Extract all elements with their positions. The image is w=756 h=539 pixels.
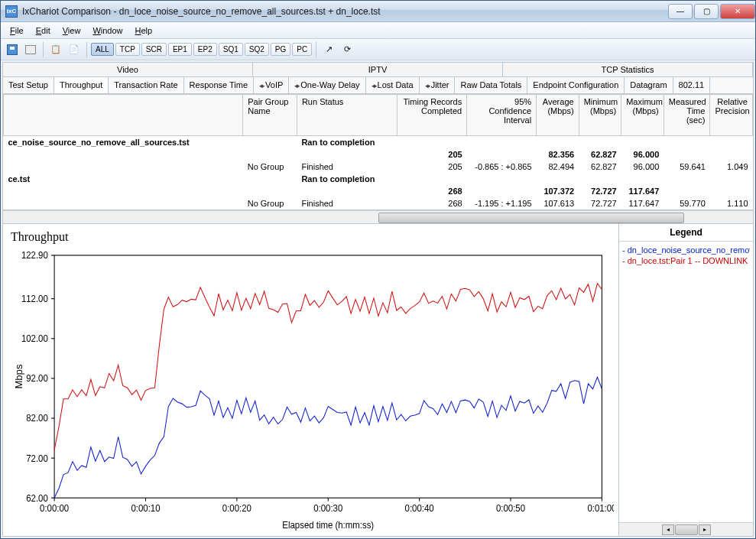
- table-cell: [397, 173, 467, 185]
- tab-test-setup[interactable]: Test Setup: [3, 77, 54, 93]
- table-cell: 59.641: [664, 161, 710, 173]
- col-precision[interactable]: Relative Precision: [710, 95, 753, 136]
- paste-button[interactable]: 📄: [66, 41, 83, 58]
- grid-header-row: Pair Group Name Run Status Timing Record…: [4, 95, 753, 136]
- chart-title: Throughput: [11, 230, 614, 244]
- group-tab-tcp-stats[interactable]: TCP Statistics: [503, 63, 753, 76]
- legend-items: - dn_loce_noise_source_no_remove… - dn_l…: [619, 242, 753, 522]
- filter-scr-button[interactable]: SCR: [141, 43, 167, 56]
- filter-all-button[interactable]: ALL: [91, 43, 114, 56]
- tab-voip[interactable]: ◂▸VoIP: [254, 77, 289, 93]
- chart-plot[interactable]: 62.0072.0082.0092.00102.00112.00122.900:…: [11, 247, 614, 531]
- filter-tcp-button[interactable]: TCP: [115, 43, 140, 56]
- col-timing[interactable]: Timing Records Completed: [397, 95, 467, 136]
- col-max[interactable]: Maximum (Mbps): [621, 95, 664, 136]
- table-cell: [4, 185, 243, 197]
- window-controls: — ▢ ✕: [667, 4, 755, 19]
- separator: [86, 42, 87, 57]
- table-cell: [243, 148, 297, 161]
- svg-text:92.00: 92.00: [26, 373, 48, 383]
- table-cell: [621, 136, 664, 149]
- table-row[interactable]: No GroupFinished205-0.865 : +0.86582.494…: [4, 161, 753, 173]
- filter-ep1-button[interactable]: EP1: [168, 43, 192, 56]
- table-cell: 117.647: [621, 197, 664, 209]
- table-cell: [297, 148, 397, 161]
- table-cell: Ran to completion: [297, 173, 397, 185]
- legend-item-2[interactable]: - dn_loce.tst:Pair 1 -- DOWNLINK: [622, 255, 750, 266]
- legend-horizontal-scrollbar[interactable]: ◂ ▸: [619, 522, 753, 536]
- svg-text:0:00:40: 0:00:40: [405, 502, 435, 512]
- tab-throughput[interactable]: Throughput: [54, 77, 109, 94]
- tab-datagram[interactable]: Datagram: [625, 77, 673, 93]
- print-button[interactable]: [22, 41, 39, 58]
- table-cell: [467, 136, 537, 149]
- close-button[interactable]: ✕: [720, 4, 755, 19]
- separator: [43, 42, 44, 57]
- table-cell: 59.770: [664, 197, 710, 209]
- menu-view[interactable]: View: [57, 24, 87, 37]
- table-cell: [664, 148, 710, 161]
- table-row[interactable]: No GroupFinished268-1.195 : +1.195107.61…: [4, 197, 753, 209]
- copy-button[interactable]: 📋: [47, 41, 64, 58]
- svg-text:Elapsed time (h:mm:ss): Elapsed time (h:mm:ss): [282, 519, 374, 529]
- svg-text:0:00:30: 0:00:30: [313, 502, 343, 512]
- table-row[interactable]: ce.tstRan to completion: [4, 173, 753, 185]
- maximize-button[interactable]: ▢: [694, 4, 719, 19]
- content-area: Video IPTV TCP Statistics Test Setup Thr…: [2, 62, 754, 537]
- col-confidence[interactable]: 95% Confidence Interval: [467, 95, 537, 136]
- col-blank[interactable]: [4, 95, 243, 136]
- table-cell: 107.372: [537, 185, 579, 197]
- scroll-right-icon[interactable]: ▸: [699, 524, 711, 535]
- group-tab-row: Video IPTV TCP Statistics: [3, 63, 753, 77]
- tab-response-time[interactable]: Response Time: [184, 77, 254, 93]
- chart-panel: Throughput 62.0072.0082.0092.00102.00112…: [3, 224, 619, 536]
- table-cell: [297, 185, 397, 197]
- table-row[interactable]: 20582.35662.82796.000: [4, 148, 753, 161]
- tab-jitter[interactable]: ◂▸Jitter: [420, 77, 456, 93]
- scroll-left-icon[interactable]: ◂: [662, 524, 674, 535]
- filter-pg-button[interactable]: PG: [271, 43, 290, 56]
- print-icon: [25, 45, 36, 54]
- menu-window[interactable]: Window: [86, 24, 128, 37]
- separator: [316, 42, 316, 57]
- refresh-button[interactable]: ⟳: [339, 41, 355, 58]
- col-min[interactable]: Minimum (Mbps): [579, 95, 621, 136]
- table-cell: -0.865 : +0.865: [467, 161, 537, 173]
- menu-help[interactable]: Help: [129, 24, 159, 37]
- scrollbar-thumb[interactable]: [378, 213, 684, 223]
- minimize-button[interactable]: —: [668, 4, 693, 19]
- filter-ep2-button[interactable]: EP2: [193, 43, 217, 56]
- table-cell: 1.049: [710, 161, 753, 173]
- tab-endpoint-config[interactable]: Endpoint Configuration: [527, 77, 625, 93]
- tab-transaction-rate[interactable]: Transaction Rate: [109, 77, 183, 93]
- scrollbar-thumb[interactable]: [675, 524, 698, 535]
- menu-edit[interactable]: Edit: [30, 24, 57, 37]
- col-measured[interactable]: Measured Time (sec): [664, 95, 710, 136]
- tab-raw-data-totals[interactable]: Raw Data Totals: [455, 77, 527, 93]
- svg-text:112.00: 112.00: [21, 294, 48, 304]
- tab-80211[interactable]: 802.11: [673, 77, 711, 93]
- table-cell: 82.494: [537, 161, 579, 173]
- export-button[interactable]: ↗: [320, 41, 337, 58]
- tab-one-way-delay[interactable]: ◂▸One-Way Delay: [289, 77, 365, 93]
- group-tab-iptv[interactable]: IPTV: [253, 63, 503, 76]
- save-button[interactable]: [4, 41, 21, 58]
- filter-pc-button[interactable]: PC: [292, 43, 312, 56]
- filter-sq2-button[interactable]: SQ2: [245, 43, 269, 56]
- col-run-status[interactable]: Run Status: [297, 95, 397, 136]
- col-pair-group[interactable]: Pair Group Name: [243, 95, 297, 136]
- grid-horizontal-scrollbar[interactable]: [3, 210, 753, 224]
- tab-lost-data[interactable]: ◂▸Lost Data: [366, 77, 420, 93]
- col-avg[interactable]: Average (Mbps): [537, 95, 579, 136]
- chart-area: Throughput 62.0072.0082.0092.00102.00112…: [3, 224, 753, 536]
- table-row[interactable]: ce_noise_source_no_remove_all_sources.ts…: [4, 136, 753, 149]
- titlebar: IxC IxChariot Comparison - dn_loce_noise…: [1, 1, 755, 22]
- table-row[interactable]: 268107.37272.727117.647: [4, 185, 753, 197]
- legend-item-1[interactable]: - dn_loce_noise_source_no_remove…: [622, 245, 750, 255]
- menu-file[interactable]: File: [4, 24, 30, 37]
- table-cell: [710, 148, 753, 161]
- group-tab-video[interactable]: Video: [3, 63, 253, 76]
- svg-text:72.00: 72.00: [26, 453, 48, 463]
- table-cell: Ran to completion: [297, 136, 397, 149]
- filter-sq1-button[interactable]: SQ1: [219, 43, 243, 56]
